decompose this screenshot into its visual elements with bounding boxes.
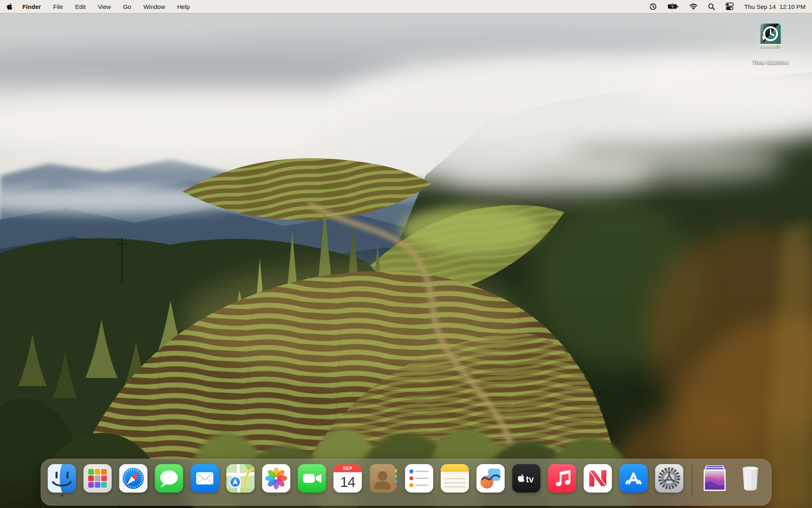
maps-icon	[226, 464, 255, 493]
safari-icon	[119, 464, 147, 493]
menu-file[interactable]: File	[53, 3, 63, 10]
battery-charging-icon[interactable]	[667, 3, 679, 10]
dock-item-app-store[interactable]	[619, 464, 648, 493]
dock-item-safari[interactable]	[119, 464, 147, 493]
desktop-icon-time-machine[interactable]: Time Machine	[746, 21, 795, 65]
dock-separator	[691, 465, 692, 496]
menu-app-name[interactable]: Finder	[22, 3, 41, 10]
menu-bar: Finder File Edit View Go Window Help	[0, 0, 812, 13]
appletv-tv-text: tv	[526, 474, 534, 484]
running-indicator	[61, 495, 63, 497]
time-machine-status-icon[interactable]	[649, 3, 657, 11]
app-store-icon	[619, 464, 648, 493]
dock-item-facetime[interactable]	[298, 464, 326, 493]
wifi-icon[interactable]	[689, 4, 698, 10]
dock-item-messages[interactable]	[155, 464, 183, 493]
music-icon	[548, 464, 576, 493]
dock-item-music[interactable]	[548, 464, 576, 493]
facetime-icon	[298, 464, 326, 493]
trash-icon	[736, 464, 764, 493]
dock-item-notes[interactable]	[441, 464, 469, 493]
dock-item-freeform[interactable]	[476, 464, 505, 493]
menu-edit[interactable]: Edit	[75, 3, 86, 10]
menu-go[interactable]: Go	[123, 3, 131, 10]
messages-icon	[155, 464, 183, 493]
launchpad-icon	[83, 464, 112, 493]
news-icon	[583, 464, 612, 493]
apple-menu-icon[interactable]	[6, 3, 13, 10]
dock-item-launchpad[interactable]	[83, 464, 112, 493]
appletv-icon: tv	[512, 464, 540, 493]
menu-bar-clock[interactable]: Thu Sep 14 12:10 PM	[744, 3, 806, 10]
dock-item-contacts[interactable]	[369, 464, 397, 493]
dock-item-system-settings[interactable]	[655, 464, 683, 493]
dock-item-appletv[interactable]: tv	[512, 464, 540, 493]
dock: SEP 14	[41, 459, 771, 506]
finder-icon	[48, 464, 76, 493]
dock-item-calendar[interactable]: SEP 14	[333, 464, 362, 493]
dock-item-screenshots-stack[interactable]	[700, 464, 729, 493]
menu-view[interactable]: View	[98, 3, 111, 10]
dock-item-trash[interactable]	[736, 464, 764, 493]
dock-item-maps[interactable]	[226, 464, 255, 493]
freeform-icon	[476, 464, 505, 493]
dock-item-finder[interactable]	[48, 464, 76, 493]
dock-item-reminders[interactable]	[405, 464, 433, 493]
reminders-icon	[405, 464, 433, 493]
dock-item-photos[interactable]	[262, 464, 290, 493]
photos-icon	[262, 464, 290, 493]
system-settings-icon	[655, 464, 683, 493]
contacts-icon	[369, 464, 397, 493]
mail-icon	[190, 464, 219, 493]
control-center-icon[interactable]	[726, 2, 734, 11]
clock-date: Thu Sep 14	[744, 3, 776, 10]
desktop-icon-label: Time Machine	[746, 59, 795, 65]
spotlight-search-icon[interactable]	[708, 3, 715, 10]
desktop-wallpaper	[0, 0, 812, 508]
calendar-icon: SEP 14	[333, 464, 362, 493]
notes-icon	[441, 464, 469, 493]
clock-time: 12:10 PM	[780, 3, 806, 10]
screenshots-stack-icon	[700, 464, 729, 493]
menu-help[interactable]: Help	[177, 3, 190, 10]
menu-window[interactable]: Window	[143, 3, 165, 10]
calendar-day: 14	[333, 471, 362, 493]
dock-item-mail[interactable]	[190, 464, 219, 493]
time-machine-drive-icon	[753, 21, 788, 56]
dock-item-news[interactable]	[583, 464, 612, 493]
